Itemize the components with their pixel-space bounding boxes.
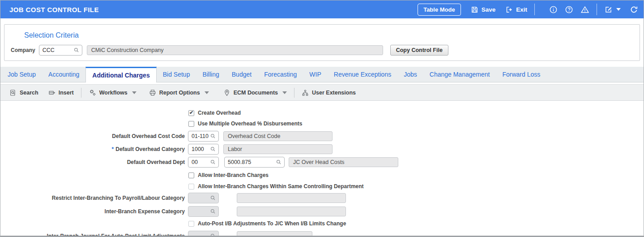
save-icon <box>471 6 478 13</box>
use-multiple-overhead-label: Use Multiple Overhead % Disbursements <box>198 121 302 127</box>
restrict-inter-branching-field[interactable] <box>188 193 219 203</box>
default-overhead-cost-code-row: Default Overhead Cost Code 01-110 Overhe… <box>0 131 644 142</box>
tab-forward-loss[interactable]: Forward Loss <box>496 67 546 82</box>
info-icon[interactable] <box>549 5 558 14</box>
auto-post-ib-row: Auto-Post I/B Adjustments To J/C When I/… <box>188 220 644 227</box>
tab-change-management[interactable]: Change Management <box>423 67 496 82</box>
toolbar-separator <box>81 88 81 98</box>
allow-inter-branch-checkbox[interactable] <box>188 172 194 178</box>
title-bar: JOB COST CONTROL FILE Table Mode Save Ex… <box>0 0 644 18</box>
inter-branch-journal-row: Inter-Branch Journal For Auto-Post Limit… <box>0 231 644 237</box>
report-options-button[interactable]: Report Options <box>149 89 200 96</box>
default-overhead-dept-value: 00 <box>192 159 198 165</box>
company-lookup-icon[interactable] <box>73 47 80 53</box>
tab-wip[interactable]: WIP <box>303 67 327 82</box>
tab-revenue-exceptions[interactable]: Revenue Exceptions <box>328 67 397 82</box>
tab-forecasting[interactable]: Forecasting <box>258 67 303 82</box>
default-overhead-cost-code-value: 01-110 <box>192 133 209 139</box>
auto-post-ib-label: Auto-Post I/B Adjustments To J/C When I/… <box>198 220 346 227</box>
tab-strip: Job Setup Accounting Additional Charges … <box>0 67 644 82</box>
default-overhead-category-field[interactable]: 1000 <box>188 144 219 155</box>
copy-control-file-button[interactable]: Copy Control File <box>390 45 448 56</box>
edit-note-icon[interactable] <box>604 5 613 14</box>
report-options-icon <box>149 89 156 96</box>
tab-budget[interactable]: Budget <box>226 67 258 82</box>
default-overhead-dept-lookup-icon[interactable] <box>210 159 216 165</box>
company-field-value: CCC <box>43 47 55 53</box>
warning-icon[interactable] <box>580 5 589 14</box>
default-overhead-dept-field[interactable]: 00 <box>188 157 219 168</box>
company-field[interactable]: CCC <box>39 45 82 56</box>
restrict-inter-branching-lookup-icon[interactable] <box>210 195 216 201</box>
tab-job-setup[interactable]: Job Setup <box>1 67 42 82</box>
report-options-dropdown-caret-icon[interactable] <box>205 91 209 94</box>
default-overhead-category-label: *Default Overhead Category <box>0 146 185 152</box>
ecm-documents-button[interactable]: ECM Documents <box>223 89 278 96</box>
default-overhead-dept-row: Default Overhead Dept 00 5000.875 JC Ove… <box>0 157 644 168</box>
use-multiple-overhead-row: Use Multiple Overhead % Disbursements <box>188 121 644 127</box>
auto-post-ib-checkbox[interactable] <box>188 221 194 227</box>
tab-bid-setup[interactable]: Bid Setup <box>157 67 196 82</box>
help-icon[interactable] <box>565 5 573 14</box>
tab-jobs[interactable]: Jobs <box>397 67 423 82</box>
default-overhead-category-lookup-icon[interactable] <box>210 146 216 152</box>
inter-branch-expense-field[interactable] <box>188 206 219 217</box>
allow-inter-branch-same-dept-label: Allow Inter-Branch Charges Within Same C… <box>198 183 364 190</box>
create-overhead-checkbox[interactable] <box>188 110 194 116</box>
exit-button-label: Exit <box>516 6 527 13</box>
inter-branch-expense-row: Inter-Branch Expense Category <box>0 206 644 217</box>
report-options-button-label: Report Options <box>159 90 200 96</box>
allow-inter-branch-same-dept-row: Allow Inter-Branch Charges Within Same C… <box>188 183 644 190</box>
default-overhead-account-field[interactable]: 5000.875 <box>224 157 285 168</box>
user-extensions-button[interactable]: User Extensions <box>302 89 356 96</box>
company-label: Company <box>11 47 35 53</box>
use-multiple-overhead-checkbox[interactable] <box>188 121 194 127</box>
workflows-dropdown-caret-icon[interactable] <box>132 91 136 94</box>
workflows-icon <box>89 89 96 96</box>
inter-branch-journal-lookup-icon[interactable] <box>210 233 216 237</box>
save-button[interactable]: Save <box>471 6 496 13</box>
default-overhead-cost-code-description: Overhead Cost Code <box>223 131 333 141</box>
default-overhead-category-value: 1000 <box>192 146 204 152</box>
ecm-documents-dropdown-caret-icon[interactable] <box>282 91 287 94</box>
workflows-button[interactable]: Workflows <box>89 89 128 96</box>
inter-branch-expense-lookup-icon[interactable] <box>210 208 216 215</box>
selection-criteria-panel: Selection Criteria Company CCC CMiC Cons… <box>4 24 640 61</box>
action-toolbar: Search Insert Workflows <box>0 84 644 101</box>
restrict-inter-branching-row: Restrict Inter-Branching To Payroll/Labo… <box>0 193 644 203</box>
edit-dropdown-caret-icon[interactable] <box>616 8 621 11</box>
ecm-documents-icon <box>223 89 230 96</box>
tab-billing[interactable]: Billing <box>196 67 225 82</box>
allow-inter-branch-row: Allow Inter-Branch Charges <box>188 172 644 178</box>
default-overhead-cost-code-label: Default Overhead Cost Code <box>0 133 185 139</box>
table-mode-button[interactable]: Table Mode <box>418 4 461 16</box>
search-button-label: Search <box>20 90 38 96</box>
default-overhead-category-description: Labor <box>223 144 333 154</box>
inter-branch-journal-description <box>237 231 312 237</box>
inter-branch-journal-field[interactable] <box>188 231 219 237</box>
default-overhead-cost-code-field[interactable]: 01-110 <box>188 131 219 142</box>
default-overhead-dept-label: Default Overhead Dept <box>0 159 185 165</box>
insert-icon <box>48 89 55 96</box>
insert-button[interactable]: Insert <box>48 89 74 96</box>
save-button-label: Save <box>482 6 496 13</box>
tab-accounting[interactable]: Accounting <box>42 67 85 82</box>
exit-button[interactable]: Exit <box>505 6 527 13</box>
selection-criteria-heading: Selection Criteria <box>24 31 79 39</box>
titlebar-separator <box>597 4 597 15</box>
inter-branch-expense-description <box>237 207 346 216</box>
search-button[interactable]: Search <box>9 89 38 96</box>
titlebar-actions: Table Mode Save Exit <box>418 4 638 16</box>
default-overhead-cost-code-lookup-icon[interactable] <box>210 133 216 139</box>
user-extensions-button-label: User Extensions <box>312 90 356 96</box>
default-overhead-account-lookup-icon[interactable] <box>276 159 282 165</box>
ecm-documents-button-label: ECM Documents <box>234 90 278 96</box>
tab-additional-charges[interactable]: Additional Charges <box>85 67 156 82</box>
default-overhead-dept-description: JC Over Head Costs <box>289 157 398 167</box>
toolbar-separator <box>294 88 294 98</box>
allow-inter-branch-same-dept-checkbox[interactable] <box>188 184 194 190</box>
required-asterisk: * <box>112 146 114 152</box>
refresh-icon[interactable] <box>630 5 638 14</box>
user-extensions-icon <box>302 89 309 96</box>
restrict-inter-branching-label: Restrict Inter-Branching To Payroll/Labo… <box>0 195 185 201</box>
